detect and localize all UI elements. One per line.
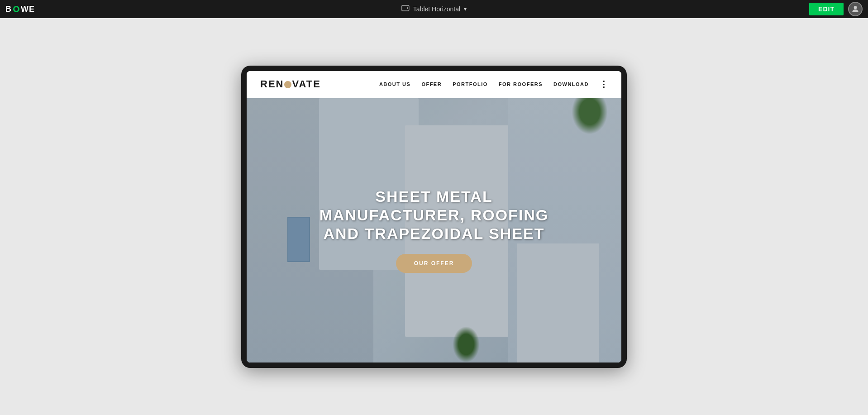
- logo-o-circle: [284, 81, 291, 88]
- nav-portfolio[interactable]: PORTFOLIO: [453, 81, 488, 87]
- nav-about-us[interactable]: ABOUT US: [379, 81, 410, 87]
- main-area: RENVATE ABOUT US OFFER PORTFOLIO FOR ROO…: [0, 18, 868, 415]
- tablet-frame: RENVATE ABOUT US OFFER PORTFOLIO FOR ROO…: [241, 66, 627, 368]
- svg-point-2: [854, 6, 857, 9]
- site-logo[interactable]: RENVATE: [260, 78, 321, 90]
- avatar[interactable]: [848, 2, 863, 16]
- device-selector[interactable]: Tablet Horizontal ▾: [401, 5, 467, 13]
- nav-download[interactable]: DOWNLOAD: [553, 81, 589, 87]
- nav-offer[interactable]: OFFER: [421, 81, 442, 87]
- device-label: Tablet Horizontal: [413, 5, 460, 13]
- logo-o-icon: [13, 6, 19, 12]
- svg-rect-1: [407, 7, 408, 9]
- hero-title-line1: SHEET METAL MANUFACTURER, ROOFING: [320, 188, 549, 224]
- logo-text: B: [5, 5, 12, 14]
- nav-for-roofers[interactable]: FOR ROOFERS: [499, 81, 543, 87]
- hero-content: SHEET METAL MANUFACTURER, ROOFING AND TR…: [247, 98, 621, 363]
- toolbar: B WE Tablet Horizontal ▾ EDIT: [0, 0, 868, 18]
- logo-text-2: WE: [21, 5, 35, 14]
- hero-title: SHEET METAL MANUFACTURER, ROOFING AND TR…: [307, 187, 561, 243]
- chevron-down-icon[interactable]: ▾: [464, 6, 467, 12]
- website-nav: RENVATE ABOUT US OFFER PORTFOLIO FOR ROO…: [247, 71, 621, 98]
- tablet-icon: [401, 5, 410, 13]
- hero-section: SHEET METAL MANUFACTURER, ROOFING AND TR…: [247, 98, 621, 363]
- more-menu-icon[interactable]: ⋮: [600, 79, 608, 89]
- edit-button[interactable]: EDIT: [809, 3, 844, 15]
- brand-logo[interactable]: B WE: [5, 5, 35, 14]
- nav-links: ABOUT US OFFER PORTFOLIO FOR ROOFERS DOW…: [379, 79, 608, 89]
- hero-title-line2: AND TRAPEZOIDAL SHEET: [323, 225, 544, 242]
- tablet-screen: RENVATE ABOUT US OFFER PORTFOLIO FOR ROO…: [247, 71, 621, 363]
- toolbar-right: EDIT: [809, 2, 863, 16]
- hero-cta-button[interactable]: OUR OFFER: [396, 254, 472, 273]
